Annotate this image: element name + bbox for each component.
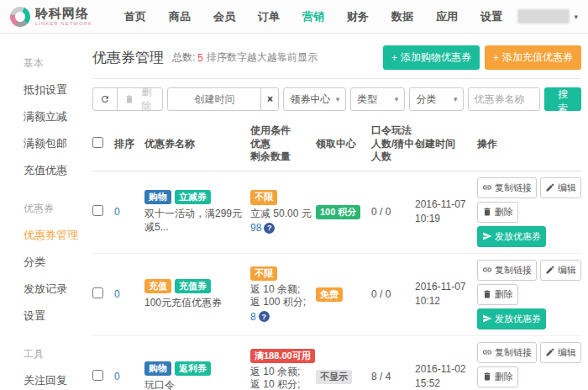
sidebar-group-items: 关注回复 <box>0 367 89 390</box>
sidebar-item[interactable]: 抵扣设置 <box>0 76 89 103</box>
nav-item[interactable]: 营销 <box>302 9 324 24</box>
brand-name: 聆科网络 <box>35 7 92 19</box>
sidebar-group: 工具 关注回复 <box>0 341 89 390</box>
type-select[interactable]: 类型 ▾ <box>350 87 405 111</box>
created-time-input[interactable] <box>167 87 261 111</box>
trash-icon <box>124 94 134 104</box>
badge: 100 积分 <box>316 205 360 219</box>
paper-plane-icon <box>482 231 492 241</box>
copy-link-button[interactable]: 复制链接 <box>477 342 537 363</box>
row-checkbox[interactable] <box>92 205 103 216</box>
condition-lines: 返 10 余额;返 100 积分; <box>250 283 316 309</box>
help-icon[interactable]: ? <box>259 311 270 322</box>
category-select[interactable]: 分类 ▾ <box>409 87 464 111</box>
remaining-count: 98 <box>250 222 261 234</box>
sidebar-item[interactable]: 优惠券管理 <box>0 222 89 249</box>
nav-item[interactable]: 设置 <box>480 9 502 24</box>
row-checkbox[interactable] <box>92 287 103 298</box>
badge: 不显示 <box>316 370 352 384</box>
delete-button[interactable]: 删除 <box>477 202 518 223</box>
row-checkbox[interactable] <box>92 370 103 381</box>
badge: 免费 <box>316 287 343 302</box>
pencil-icon <box>545 347 555 357</box>
sidebar-item[interactable]: 满额立减 <box>0 103 89 130</box>
header-coupon-name: 优惠券名称 <box>144 138 250 151</box>
remaining-count: 8 <box>250 311 256 323</box>
sidebar-group: 优惠券 优惠券管理分类发放记录设置 <box>0 196 89 329</box>
paper-plane-icon <box>482 314 492 324</box>
chevron-down-icon: ▾ <box>336 95 340 103</box>
link-icon <box>482 347 492 357</box>
plus-icon: + <box>493 52 499 64</box>
sidebar-item[interactable]: 满额包邮 <box>0 130 89 157</box>
brand-swirl-icon <box>7 3 34 30</box>
select-all-checkbox[interactable] <box>92 137 103 148</box>
header-sort: 排序 <box>114 138 144 151</box>
sidebar-group-title: 基本 <box>0 50 89 76</box>
coupon-name-input[interactable] <box>468 87 540 111</box>
link-icon <box>482 265 492 275</box>
table-row: 0 购物立减券 双十一活动，满299元减5... 不限 立减 50.00 元 9… <box>92 171 581 254</box>
badge: 购物 <box>144 361 171 376</box>
condition-lines: 立减 50.00 元 <box>250 208 316 221</box>
header-condition: 使用条件 优惠 剩余数量 <box>250 124 316 164</box>
nav-item[interactable]: 商品 <box>169 9 191 24</box>
sidebar-item[interactable]: 分类 <box>0 249 89 276</box>
header-center: 领取中心 <box>316 138 371 151</box>
total-label: 总数: <box>172 50 195 65</box>
sidebar-item[interactable]: 关注回复 <box>0 367 89 390</box>
created-time: 2016-11-07 10:19 <box>415 198 477 226</box>
nav-item[interactable]: 应用 <box>436 9 458 24</box>
trash-icon <box>482 207 492 217</box>
add-shopping-coupon-button[interactable]: + 添加购物优惠券 <box>383 45 480 70</box>
clear-date-icon[interactable]: × <box>260 87 279 111</box>
edit-button[interactable]: 编辑 <box>540 342 581 363</box>
center-select[interactable]: 领券中心 ▾ <box>283 87 346 111</box>
page-title: 优惠券管理 <box>92 48 164 67</box>
sort-hint: 排序数字越大越靠前显示 <box>207 50 318 65</box>
delete-button[interactable]: 删除 <box>477 284 518 305</box>
user-menu[interactable]: ▾ <box>517 9 578 24</box>
nav-item[interactable]: 财务 <box>347 9 369 24</box>
plus-icon: + <box>391 52 397 64</box>
created-time: 2016-11-07 10:12 <box>415 280 477 308</box>
nav-menu: 首页商品会员订单营销财务数据应用设置 <box>124 9 502 24</box>
sort-value[interactable]: 0 <box>114 371 120 382</box>
sidebar-item[interactable]: 设置 <box>0 303 89 329</box>
sidebar-item[interactable]: 充值优惠 <box>0 157 89 184</box>
nav-item[interactable]: 数据 <box>391 9 413 24</box>
condition-badge: 不限 <box>250 266 277 281</box>
center-badges: 免费 <box>316 287 371 302</box>
nav-item[interactable]: 会员 <box>213 9 235 24</box>
delete-button[interactable]: 删除 <box>477 366 518 387</box>
header-command: 口令玩法 人数/猜中 人数 <box>371 124 415 164</box>
nav-item[interactable]: 订单 <box>258 9 280 24</box>
sort-value[interactable]: 0 <box>114 288 120 300</box>
brand-subtitle: LINKER NETWORK <box>35 21 92 26</box>
sidebar-item[interactable]: 发放记录 <box>0 276 89 303</box>
header-created: 创建时间 <box>415 138 477 151</box>
sidebar: 基本 抵扣设置满额立减满额包邮充值优惠 优惠券 优惠券管理分类发放记录设置 工具… <box>0 34 89 389</box>
coupon-name: 双十一活动，满299元减5... <box>144 208 245 234</box>
bulk-delete-button[interactable]: 删除 <box>117 87 163 111</box>
brand-logo[interactable]: 聆科网络 LINKER NETWORK <box>10 7 92 27</box>
send-coupon-button[interactable]: 发放优惠券 <box>477 308 546 329</box>
nav-item[interactable]: 首页 <box>124 9 146 24</box>
sort-value[interactable]: 0 <box>114 206 120 218</box>
copy-link-button[interactable]: 复制链接 <box>477 260 537 281</box>
edit-button[interactable]: 编辑 <box>540 260 581 281</box>
refresh-button[interactable] <box>92 87 118 111</box>
pencil-icon <box>545 265 555 275</box>
edit-button[interactable]: 编辑 <box>540 177 581 198</box>
table-row: 0 充值充值券 100元充值优惠券 不限 返 10 余额;返 100 积分; 8… <box>92 254 581 336</box>
coupon-name: 100元充值优惠券 <box>144 297 245 310</box>
refresh-icon <box>100 94 110 104</box>
table-body: 0 购物立减券 双十一活动，满299元减5... 不限 立减 50.00 元 9… <box>92 171 581 390</box>
table-row: 0 购物返利券 玩口令 满188.00可用 返 10 余额;返 10 积分; 1… <box>92 336 581 390</box>
help-icon[interactable]: ? <box>264 223 275 234</box>
search-button[interactable]: 搜索 <box>544 87 581 111</box>
copy-link-button[interactable]: 复制链接 <box>477 177 537 198</box>
table-header-row: 排序 优惠券名称 使用条件 优惠 剩余数量 领取中心 口令玩法 人数/猜中 人数… <box>92 121 581 171</box>
add-recharge-coupon-button[interactable]: + 添加充值优惠券 <box>485 45 581 70</box>
send-coupon-button[interactable]: 发放优惠券 <box>477 226 546 247</box>
